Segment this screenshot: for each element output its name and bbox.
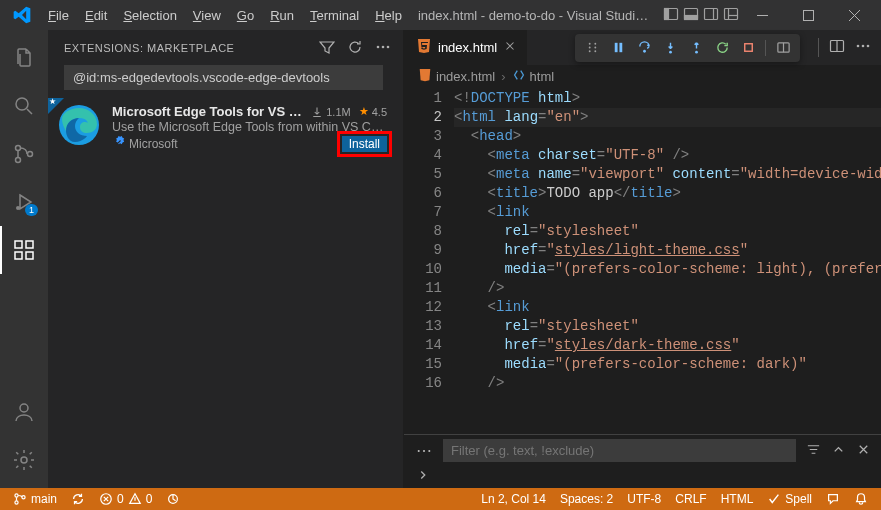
customize-layout-icon[interactable] bbox=[723, 6, 739, 25]
debug-drag-handle-icon[interactable] bbox=[581, 37, 603, 59]
toggle-panel-bottom-icon[interactable] bbox=[683, 6, 699, 25]
filter-icon[interactable] bbox=[319, 39, 335, 57]
svg-point-42 bbox=[862, 45, 865, 48]
panel-close-icon[interactable] bbox=[856, 442, 871, 460]
panel-collapse-icon[interactable] bbox=[831, 442, 846, 460]
svg-rect-15 bbox=[15, 241, 22, 248]
window-title: index.html - demo-to-do - Visual Studio … bbox=[410, 8, 663, 23]
status-bar: main 0 0 Ln 2, Col 14 Spaces: 2 UTF-8 CR… bbox=[0, 488, 881, 510]
breadcrumb-node[interactable]: html bbox=[530, 69, 555, 84]
chevron-right-icon[interactable] bbox=[416, 468, 430, 485]
activity-accounts[interactable] bbox=[0, 388, 48, 436]
status-eol[interactable]: CRLF bbox=[670, 492, 711, 506]
menu-go[interactable]: Go bbox=[229, 4, 262, 27]
panel-more-icon[interactable]: ⋯ bbox=[416, 441, 433, 460]
activity-source-control[interactable] bbox=[0, 130, 48, 178]
svg-rect-1 bbox=[665, 8, 669, 19]
status-bell-icon[interactable] bbox=[849, 492, 873, 506]
menu-selection[interactable]: Selection bbox=[115, 4, 184, 27]
svg-point-11 bbox=[16, 146, 21, 151]
debug-stop-button[interactable] bbox=[737, 37, 759, 59]
svg-rect-17 bbox=[26, 252, 33, 259]
filter-settings-icon[interactable] bbox=[806, 442, 821, 460]
menu-view[interactable]: View bbox=[185, 4, 229, 27]
svg-rect-16 bbox=[15, 252, 22, 259]
debug-restart-button[interactable] bbox=[711, 37, 733, 59]
svg-point-46 bbox=[22, 496, 25, 499]
svg-point-26 bbox=[588, 47, 590, 49]
svg-point-34 bbox=[669, 51, 672, 54]
extension-installs: 1.1M bbox=[311, 106, 350, 118]
status-cursor[interactable]: Ln 2, Col 14 bbox=[476, 492, 551, 506]
menu-file[interactable]: File bbox=[40, 4, 77, 27]
status-branch[interactable]: main bbox=[8, 492, 62, 506]
editor-tab[interactable]: index.html bbox=[404, 30, 528, 65]
debug-step-into-button[interactable] bbox=[659, 37, 681, 59]
status-spaces[interactable]: Spaces: 2 bbox=[555, 492, 618, 506]
activity-extensions[interactable] bbox=[0, 226, 48, 274]
chevron-right-icon: › bbox=[499, 69, 507, 84]
window-close-button[interactable] bbox=[831, 0, 877, 30]
menu-terminal[interactable]: Terminal bbox=[302, 4, 367, 27]
svg-point-10 bbox=[16, 98, 28, 110]
svg-point-21 bbox=[377, 45, 380, 48]
sidebar-title: EXTENSIONS: MARKETPLACE bbox=[64, 42, 234, 54]
debug-step-out-button[interactable] bbox=[685, 37, 707, 59]
title-bar: File Edit Selection View Go Run Terminal… bbox=[0, 0, 881, 30]
window-maximize-button[interactable] bbox=[785, 0, 831, 30]
debug-toolbar bbox=[575, 34, 800, 62]
status-sync[interactable] bbox=[66, 492, 90, 506]
panel-filter-input[interactable] bbox=[443, 439, 796, 462]
editor-area: index.html index bbox=[404, 30, 881, 488]
bottom-panel: ⋯ bbox=[404, 434, 881, 488]
svg-point-29 bbox=[594, 47, 596, 49]
extension-rating: ★4.5 bbox=[359, 105, 387, 118]
extension-search-input[interactable] bbox=[64, 65, 383, 90]
svg-rect-36 bbox=[744, 44, 752, 52]
svg-point-25 bbox=[588, 43, 590, 45]
brackets-icon bbox=[512, 68, 526, 85]
vscode-logo-icon bbox=[12, 5, 32, 25]
breadcrumb-file[interactable]: index.html bbox=[436, 69, 495, 84]
svg-point-19 bbox=[20, 404, 28, 412]
debug-step-over-button[interactable] bbox=[633, 37, 655, 59]
debug-open-devtools-button[interactable] bbox=[772, 37, 794, 59]
extension-description: Use the Microsoft Edge Tools from within… bbox=[112, 120, 387, 134]
menu-help[interactable]: Help bbox=[367, 4, 410, 27]
status-encoding[interactable]: UTF-8 bbox=[622, 492, 666, 506]
install-button[interactable]: Install bbox=[342, 136, 387, 152]
activity-search[interactable] bbox=[0, 82, 48, 130]
html-file-icon bbox=[416, 38, 432, 57]
debug-pause-button[interactable] bbox=[607, 37, 629, 59]
more-icon[interactable] bbox=[375, 39, 391, 57]
toggle-panel-right-icon[interactable] bbox=[703, 6, 719, 25]
activity-settings[interactable] bbox=[0, 436, 48, 484]
tab-close-icon[interactable] bbox=[503, 39, 517, 56]
refresh-icon[interactable] bbox=[347, 39, 363, 57]
status-ports[interactable] bbox=[161, 492, 185, 506]
window-minimize-button[interactable] bbox=[739, 0, 785, 30]
toggle-panel-left-icon[interactable] bbox=[663, 6, 679, 25]
svg-point-13 bbox=[28, 152, 33, 157]
recommended-badge-icon bbox=[48, 98, 64, 114]
breadcrumbs[interactable]: index.html › html bbox=[404, 65, 881, 87]
menu-edit[interactable]: Edit bbox=[77, 4, 115, 27]
menu-bar: File Edit Selection View Go Run Terminal… bbox=[40, 4, 410, 27]
status-problems[interactable]: 0 0 bbox=[94, 492, 157, 506]
status-spell[interactable]: Spell bbox=[762, 492, 817, 506]
extensions-sidebar: EXTENSIONS: MARKETPLACE Microsoft Edge T… bbox=[48, 30, 404, 488]
svg-point-22 bbox=[382, 45, 385, 48]
activity-run-debug[interactable]: 1 bbox=[0, 178, 48, 226]
menu-run[interactable]: Run bbox=[262, 4, 302, 27]
status-feedback-icon[interactable] bbox=[821, 492, 845, 506]
status-language[interactable]: HTML bbox=[716, 492, 759, 506]
svg-rect-4 bbox=[705, 8, 718, 19]
extension-list-item[interactable]: Microsoft Edge Tools for VS Code 1.1M ★4… bbox=[48, 98, 403, 158]
editor-more-icon[interactable] bbox=[855, 38, 871, 57]
extension-name: Microsoft Edge Tools for VS Code bbox=[112, 104, 303, 119]
svg-point-43 bbox=[867, 45, 870, 48]
split-editor-icon[interactable] bbox=[818, 38, 845, 57]
code-editor[interactable]: 12345678910111213141516 <!DOCTYPE html><… bbox=[404, 87, 881, 434]
activity-explorer[interactable] bbox=[0, 34, 48, 82]
svg-point-33 bbox=[643, 50, 646, 53]
